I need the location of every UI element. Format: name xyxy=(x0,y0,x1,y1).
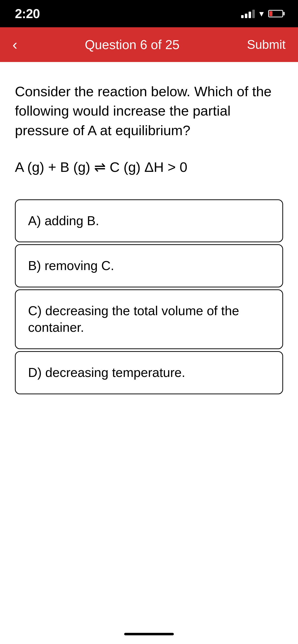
header-bar: ‹ Question 6 of 25 Submit xyxy=(0,27,298,62)
signal-bar-3 xyxy=(249,12,251,18)
signal-bar-1 xyxy=(241,15,244,18)
status-time: 2:20 xyxy=(15,6,40,21)
equation-text: A (g) + B (g) ⇌ C (g) ΔH > 0 xyxy=(15,158,283,177)
question-progress: Question 6 of 25 xyxy=(17,37,247,52)
content-area: Consider the reaction below. Which of th… xyxy=(0,62,298,624)
battery-fill xyxy=(269,11,272,16)
signal-bar-2 xyxy=(245,14,247,18)
back-button[interactable]: ‹ xyxy=(13,37,17,52)
submit-button[interactable]: Submit xyxy=(247,38,285,52)
question-text: Consider the reaction below. Which of th… xyxy=(15,82,283,140)
phone-container: 2:20 ▾ ‹ Question 6 of 25 Submit Conside… xyxy=(0,0,298,644)
wifi-icon: ▾ xyxy=(259,8,264,19)
answer-option-d[interactable]: D) decreasing temperature. xyxy=(15,351,283,394)
answer-option-a[interactable]: A) adding B. xyxy=(15,199,283,242)
signal-bar-4 xyxy=(252,10,255,18)
answer-option-b[interactable]: B) removing C. xyxy=(15,244,283,288)
signal-bars-icon xyxy=(241,9,255,18)
answers-container: A) adding B. B) removing C. C) decreasin… xyxy=(15,199,283,394)
answer-option-c[interactable]: C) decreasing the total volume of the co… xyxy=(15,290,283,349)
home-bar xyxy=(124,633,174,635)
status-icons: ▾ xyxy=(241,8,283,19)
home-indicator xyxy=(0,624,298,644)
status-bar: 2:20 ▾ xyxy=(0,0,298,27)
battery-icon xyxy=(268,10,283,17)
